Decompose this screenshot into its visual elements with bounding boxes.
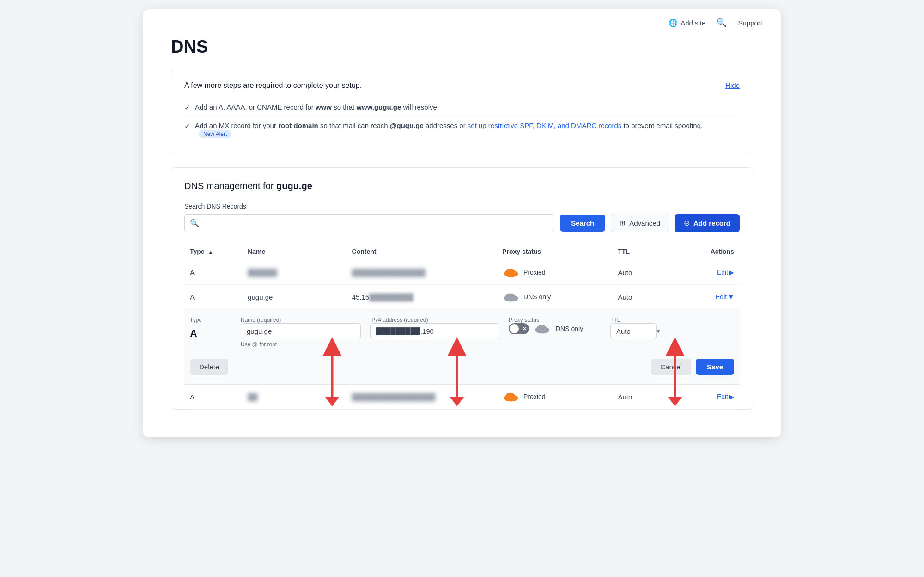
sort-arrow-type: ▲ bbox=[208, 249, 213, 255]
col-actions: Actions bbox=[670, 243, 740, 260]
checklist-item-1: ✓ Add an A, AAAA, or CNAME record for ww… bbox=[184, 98, 740, 117]
edit-ipv4-label: IPv4 address (required) bbox=[370, 317, 499, 323]
add-record-label: Add record bbox=[693, 219, 730, 227]
ttl-select[interactable]: Auto 1 min 2 min 5 min 10 min 15 min 30 … bbox=[610, 323, 657, 339]
check-icon-1: ✓ bbox=[184, 104, 190, 112]
add-site-label: Add site bbox=[681, 19, 705, 27]
row1-proxy: Proxied bbox=[497, 260, 612, 285]
row1-ttl: Auto bbox=[613, 260, 670, 285]
table-header-row: Type ▲ Name Content Proxy status TTL Act… bbox=[184, 243, 740, 260]
edit-name-input[interactable] bbox=[241, 323, 361, 339]
row3-name: ██ bbox=[242, 385, 346, 409]
edit-name-label: Name (required) bbox=[241, 317, 361, 323]
row3-ttl: Auto bbox=[613, 385, 670, 409]
edit-type-value: A bbox=[190, 325, 231, 340]
search-row: 🔍 Search ⊞ Advanced ⊕ Add record bbox=[184, 214, 740, 232]
proxy-toggle[interactable]: ✕ bbox=[509, 323, 529, 334]
edit-ipv4-group: IPv4 address (required) bbox=[370, 317, 499, 339]
domain-name: gugu.ge bbox=[276, 181, 312, 191]
row1-content: ███████████████ bbox=[346, 260, 497, 285]
new-alert-badge: New Alert bbox=[199, 130, 231, 138]
advanced-icon: ⊞ bbox=[620, 219, 626, 227]
svg-point-25 bbox=[506, 393, 512, 398]
search-button[interactable]: Search bbox=[560, 215, 605, 232]
row3-proxied-icon bbox=[502, 391, 520, 402]
row1-action[interactable]: Edit ▶ bbox=[670, 260, 740, 285]
row3-name-value: ██ bbox=[248, 393, 257, 401]
proxy-cloud-icon bbox=[534, 323, 551, 334]
add-record-icon: ⊕ bbox=[684, 219, 690, 227]
toggle-knob bbox=[510, 324, 519, 333]
dns-management-box: DNS management for gugu.ge Search DNS Re… bbox=[171, 167, 753, 410]
toggle-x-icon: ✕ bbox=[523, 326, 527, 332]
row1-name-value: ██████ bbox=[248, 269, 277, 276]
proxy-text: DNS only bbox=[556, 325, 583, 332]
edit-type-group: Type A bbox=[190, 317, 231, 340]
info-box-title: A few more steps are required to complet… bbox=[184, 81, 362, 90]
svg-point-4 bbox=[506, 269, 512, 274]
row2-ttl: Auto bbox=[613, 285, 670, 309]
row2-type: A bbox=[184, 285, 242, 309]
edit-row-container: Type A Name (required) Use @ for root bbox=[184, 309, 740, 384]
row1-type: A bbox=[184, 260, 242, 285]
dns-management-title: DNS management for gugu.ge bbox=[184, 181, 740, 191]
edit-down-arrow-2: ▼ bbox=[728, 293, 734, 301]
add-site-button[interactable]: 🌐 Add site bbox=[669, 18, 705, 27]
check-icon-2: ✓ bbox=[184, 122, 190, 130]
edit-ipv4-input[interactable] bbox=[370, 323, 499, 339]
row2-proxy: DNS only bbox=[497, 285, 612, 309]
row3-content-value: █████████████████ bbox=[352, 393, 436, 401]
row1-content-value: ███████████████ bbox=[352, 269, 426, 276]
edit-row: Type A Name (required) Use @ for root bbox=[184, 309, 740, 385]
search-input[interactable] bbox=[184, 214, 554, 232]
table-row: A ██ █████████████████ bbox=[184, 385, 740, 409]
search-icon[interactable]: 🔍 bbox=[717, 18, 727, 28]
proxied-cloud-icon bbox=[502, 267, 520, 278]
dns-only-cloud-icon bbox=[502, 291, 520, 302]
ttl-select-wrapper: Auto 1 min 2 min 5 min 10 min 15 min 30 … bbox=[610, 323, 666, 339]
info-box: A few more steps are required to complet… bbox=[171, 70, 753, 154]
edit-right-arrow-3: ▶ bbox=[729, 393, 734, 400]
edit-name-hint: Use @ for root bbox=[241, 341, 361, 348]
add-record-button[interactable]: ⊕ Add record bbox=[675, 214, 740, 232]
edit-proxy-group: Proxy status ✕ bbox=[509, 317, 601, 334]
search-input-icon: 🔍 bbox=[190, 219, 199, 227]
table-row: A ██████ ███████████████ bbox=[184, 260, 740, 285]
col-proxy: Proxy status bbox=[497, 243, 612, 260]
globe-icon: 🌐 bbox=[669, 18, 678, 27]
save-button[interactable]: Save bbox=[696, 359, 734, 375]
row3-type: A bbox=[184, 385, 242, 409]
advanced-label: Advanced bbox=[629, 219, 660, 227]
cancel-button[interactable]: Cancel bbox=[651, 359, 691, 375]
edit-right-arrow-1: ▶ bbox=[729, 269, 734, 276]
edit-actions-row: Delete Cancel Save bbox=[190, 351, 734, 384]
table-row: A gugu.ge 45.15█████████ DN bbox=[184, 285, 740, 309]
hide-link[interactable]: Hide bbox=[725, 81, 740, 89]
row3-action[interactable]: Edit ▶ bbox=[670, 385, 740, 409]
delete-button[interactable]: Delete bbox=[190, 359, 228, 375]
dns-table: Type ▲ Name Content Proxy status TTL Act… bbox=[184, 243, 740, 409]
spf-link[interactable]: set up restrictive SPF, DKIM, and DMARC … bbox=[468, 122, 621, 129]
svg-point-9 bbox=[506, 293, 512, 298]
col-name: Name bbox=[242, 243, 346, 260]
edit-type-label: Type bbox=[190, 317, 231, 323]
checklist-item-2: ✓ Add an MX record for your root domain … bbox=[184, 117, 740, 143]
col-type[interactable]: Type ▲ bbox=[184, 243, 242, 260]
col-content: Content bbox=[346, 243, 497, 260]
search-section-label: Search DNS Records bbox=[184, 203, 740, 210]
search-input-wrapper: 🔍 bbox=[184, 214, 554, 232]
col-ttl: TTL bbox=[613, 243, 670, 260]
support-link[interactable]: Support bbox=[738, 19, 762, 27]
edit-proxy-label: Proxy status bbox=[509, 317, 601, 323]
row3-proxy: Proxied bbox=[497, 385, 612, 409]
edit-name-group: Name (required) Use @ for root bbox=[241, 317, 361, 348]
svg-point-14 bbox=[537, 325, 543, 330]
row2-name: gugu.ge bbox=[242, 285, 346, 309]
edit-action-btns: Cancel Save bbox=[651, 359, 734, 375]
row2-content: 45.15█████████ bbox=[346, 285, 497, 309]
page-title: DNS bbox=[171, 37, 753, 57]
row2-action[interactable]: Edit ▼ bbox=[670, 285, 740, 309]
edit-ttl-label: TTL bbox=[610, 317, 666, 323]
advanced-button[interactable]: ⊞ Advanced bbox=[611, 214, 669, 232]
edit-ttl-group: TTL Auto 1 min 2 min 5 min 10 min bbox=[610, 317, 666, 339]
